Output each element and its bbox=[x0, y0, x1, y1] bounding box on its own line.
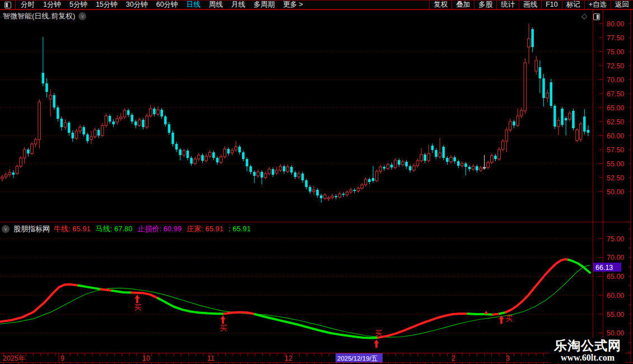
watermark-site-name: 乐淘公式网 bbox=[554, 338, 621, 353]
action-item-5[interactable]: F10 bbox=[541, 1, 562, 9]
svg-text:62.50: 62.50 bbox=[607, 118, 624, 126]
period-menu: 分时1分钟5分钟15分钟30分钟60分钟日线周线月线多周期更多 > bbox=[21, 0, 303, 10]
chart-title: 智微智能(日线.前复权) bbox=[3, 11, 75, 21]
value-badge: 66.13 bbox=[593, 263, 621, 272]
svg-text:2: 2 bbox=[452, 354, 455, 362]
period-item-8[interactable]: 月线 bbox=[231, 0, 245, 10]
svg-text:70.00: 70.00 bbox=[607, 76, 624, 84]
svg-text:9: 9 bbox=[60, 354, 64, 362]
svg-text:3: 3 bbox=[506, 354, 510, 362]
action-item-2[interactable]: 多股 bbox=[474, 1, 496, 9]
svg-text:10: 10 bbox=[142, 354, 150, 362]
indicator-values: 牛线: 65.91马线: 67.80止损价: 60.99庄家: 65.91: 6… bbox=[54, 223, 256, 234]
top-toolbar: 分时1分钟5分钟15分钟30分钟60分钟日线周线月线多周期更多 > 复权叠加多股… bbox=[0, 0, 633, 10]
period-item-0[interactable]: 分时 bbox=[21, 0, 35, 10]
svg-text:60.00: 60.00 bbox=[607, 292, 624, 300]
period-item-5[interactable]: 60分钟 bbox=[156, 0, 178, 10]
indicator-field-4: : 65.91 bbox=[229, 225, 251, 233]
watermark: 乐淘公式网 www.60lt.com bbox=[550, 338, 626, 363]
diamond-icon[interactable]: ◇ bbox=[581, 12, 587, 20]
layout-split-icon[interactable] bbox=[593, 13, 600, 20]
indicator-field-0: 牛线: 65.91 bbox=[54, 225, 91, 233]
period-item-3[interactable]: 15分钟 bbox=[96, 0, 118, 10]
title-row: 智微智能(日线.前复权) ∨ bbox=[3, 11, 86, 21]
svg-text:55.00: 55.00 bbox=[607, 311, 624, 319]
svg-text:50.00: 50.00 bbox=[607, 188, 624, 196]
app-window: 分时1分钟5分钟15分钟30分钟60分钟日线周线月线多周期更多 > 复权叠加多股… bbox=[0, 0, 633, 364]
action-item-4[interactable]: 画线 bbox=[519, 1, 541, 9]
svg-text:52.50: 52.50 bbox=[607, 174, 624, 182]
svg-text:买: 买 bbox=[375, 329, 382, 337]
svg-text:70.00: 70.00 bbox=[607, 254, 624, 262]
indicator-dropdown-icon[interactable]: ∨ bbox=[2, 225, 10, 233]
svg-text:67.50: 67.50 bbox=[607, 90, 624, 98]
action-item-3[interactable]: 统计 bbox=[496, 1, 519, 9]
indicator-plot[interactable] bbox=[0, 232, 593, 353]
period-item-1[interactable]: 1分钟 bbox=[43, 0, 61, 10]
indicator-field-2: 止损价: 60.99 bbox=[138, 225, 182, 233]
svg-text:买: 买 bbox=[505, 314, 513, 323]
action-menu: 复权叠加多股统计画线F10标记+自选返回 bbox=[429, 1, 633, 9]
main-chart-plot[interactable] bbox=[0, 10, 593, 222]
svg-text:75.00: 75.00 bbox=[607, 48, 624, 56]
watermark-url: www.60lt.com bbox=[554, 353, 621, 362]
svg-text:72.50: 72.50 bbox=[607, 62, 624, 70]
indicator-name: 股朋指标网 bbox=[13, 224, 50, 234]
title-dropdown-icon[interactable]: ∨ bbox=[78, 12, 86, 20]
svg-text:57.50: 57.50 bbox=[607, 146, 624, 154]
period-item-4[interactable]: 30分钟 bbox=[126, 0, 148, 10]
action-item-6[interactable]: 标记 bbox=[562, 1, 584, 9]
price-axis: 80.0077.5075.0072.5070.0067.5065.0062.50… bbox=[599, 20, 631, 352]
action-item-0[interactable]: 复权 bbox=[429, 1, 452, 9]
period-item-2[interactable]: 5分钟 bbox=[69, 0, 87, 10]
svg-text:50.00: 50.00 bbox=[607, 329, 624, 337]
svg-text:60.00: 60.00 bbox=[607, 132, 624, 140]
action-item-1[interactable]: 叠加 bbox=[452, 1, 474, 9]
svg-text:55.00: 55.00 bbox=[607, 160, 624, 168]
svg-text:65.00: 65.00 bbox=[607, 273, 624, 281]
svg-text:12: 12 bbox=[285, 354, 292, 362]
chart-canvas: 买买买买80.0077.5075.0072.5070.0067.5065.006… bbox=[0, 0, 633, 364]
period-item-10[interactable]: 更多 > bbox=[283, 0, 303, 10]
action-item-7[interactable]: +自选 bbox=[584, 1, 611, 9]
svg-text:11: 11 bbox=[207, 354, 215, 362]
svg-text:75.00: 75.00 bbox=[607, 235, 624, 243]
panel-toggle-icon bbox=[4, 2, 11, 8]
indicator-header: ∨ 股朋指标网 牛线: 65.91马线: 67.80止损价: 60.99庄家: … bbox=[2, 223, 256, 234]
svg-text:2025年: 2025年 bbox=[3, 354, 25, 362]
svg-text:65.00: 65.00 bbox=[607, 104, 624, 112]
svg-text:77.50: 77.50 bbox=[607, 34, 624, 42]
svg-text:80.00: 80.00 bbox=[607, 20, 624, 28]
indicator-field-1: 马线: 67.80 bbox=[96, 225, 133, 233]
period-item-7[interactable]: 周线 bbox=[209, 0, 223, 10]
svg-text:买: 买 bbox=[220, 324, 227, 332]
period-item-9[interactable]: 多周期 bbox=[254, 0, 275, 10]
action-item-8[interactable]: 返回 bbox=[611, 1, 633, 9]
indicator-field-3: 庄家: 65.91 bbox=[187, 225, 224, 233]
period-item-6[interactable]: 日线 bbox=[187, 0, 201, 10]
svg-text:买: 买 bbox=[134, 303, 141, 311]
panel-toggle-button[interactable] bbox=[0, 1, 16, 9]
svg-text:2025/12/19/五: 2025/12/19/五 bbox=[337, 355, 378, 362]
svg-text:66.13: 66.13 bbox=[595, 264, 613, 272]
